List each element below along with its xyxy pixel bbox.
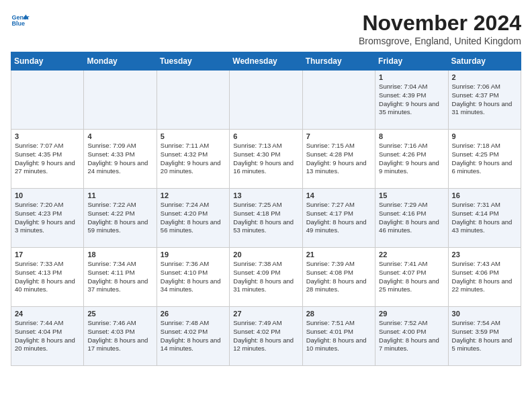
- cell-info: Sunrise: 7:39 AM Sunset: 4:08 PM Dayligh…: [306, 260, 371, 294]
- cell-info: Sunrise: 7:11 AM Sunset: 4:32 PM Dayligh…: [161, 142, 226, 176]
- logo: General Blue: [11, 11, 30, 30]
- week-row-4: 24Sunrise: 7:44 AM Sunset: 4:04 PM Dayli…: [11, 307, 521, 366]
- day-number: 10: [15, 191, 80, 199]
- week-row-3: 17Sunrise: 7:33 AM Sunset: 4:13 PM Dayli…: [11, 248, 521, 307]
- cell-info: Sunrise: 7:34 AM Sunset: 4:11 PM Dayligh…: [87, 260, 152, 294]
- day-number: 13: [233, 191, 298, 199]
- calendar-cell: 12Sunrise: 7:24 AM Sunset: 4:20 PM Dayli…: [157, 189, 229, 248]
- cell-info: Sunrise: 7:16 AM Sunset: 4:26 PM Dayligh…: [379, 142, 444, 176]
- day-number: 25: [87, 310, 152, 318]
- day-number: 9: [452, 132, 517, 140]
- day-number: 2: [452, 73, 517, 81]
- cell-info: Sunrise: 7:33 AM Sunset: 4:13 PM Dayligh…: [15, 260, 80, 294]
- calendar-cell: 6Sunrise: 7:13 AM Sunset: 4:30 PM Daylig…: [230, 130, 302, 189]
- cell-info: Sunrise: 7:29 AM Sunset: 4:16 PM Dayligh…: [379, 201, 444, 235]
- calendar-cell: 9Sunrise: 7:18 AM Sunset: 4:25 PM Daylig…: [448, 130, 521, 189]
- cell-info: Sunrise: 7:41 AM Sunset: 4:07 PM Dayligh…: [379, 260, 444, 294]
- calendar-cell: [230, 71, 302, 130]
- calendar-cell: [302, 71, 375, 130]
- cell-info: Sunrise: 7:24 AM Sunset: 4:20 PM Dayligh…: [161, 201, 226, 235]
- month-title: November 2024: [359, 11, 521, 36]
- calendar-cell: 30Sunrise: 7:54 AM Sunset: 3:59 PM Dayli…: [448, 307, 521, 366]
- day-number: 1: [379, 73, 444, 81]
- day-number: 6: [233, 132, 298, 140]
- day-number: 12: [161, 191, 226, 199]
- weekday-header-friday: Friday: [375, 52, 448, 71]
- logo-icon: General Blue: [11, 11, 30, 30]
- calendar-cell: 4Sunrise: 7:09 AM Sunset: 4:33 PM Daylig…: [84, 130, 157, 189]
- day-number: 19: [161, 250, 226, 259]
- cell-info: Sunrise: 7:51 AM Sunset: 4:01 PM Dayligh…: [306, 319, 371, 353]
- weekday-header-wednesday: Wednesday: [230, 52, 302, 71]
- calendar-cell: 13Sunrise: 7:25 AM Sunset: 4:18 PM Dayli…: [230, 189, 302, 248]
- weekday-header-tuesday: Tuesday: [157, 52, 229, 71]
- cell-info: Sunrise: 7:27 AM Sunset: 4:17 PM Dayligh…: [306, 201, 371, 235]
- cell-info: Sunrise: 7:07 AM Sunset: 4:35 PM Dayligh…: [15, 142, 80, 176]
- day-number: 21: [306, 250, 371, 259]
- day-number: 15: [379, 191, 444, 199]
- cell-info: Sunrise: 7:48 AM Sunset: 4:02 PM Dayligh…: [161, 319, 226, 353]
- calendar-cell: 25Sunrise: 7:46 AM Sunset: 4:03 PM Dayli…: [84, 307, 157, 366]
- day-number: 8: [379, 132, 444, 140]
- calendar-cell: 15Sunrise: 7:29 AM Sunset: 4:16 PM Dayli…: [375, 189, 448, 248]
- day-number: 23: [452, 250, 517, 259]
- cell-info: Sunrise: 7:49 AM Sunset: 4:02 PM Dayligh…: [233, 319, 298, 353]
- svg-text:Blue: Blue: [11, 20, 25, 27]
- weekday-header-saturday: Saturday: [448, 52, 521, 71]
- title-area: November 2024 Bromsgrove, England, Unite…: [359, 11, 521, 46]
- header: General Blue November 2024 Bromsgrove, E…: [11, 11, 521, 46]
- week-row-0: 1Sunrise: 7:04 AM Sunset: 4:39 PM Daylig…: [11, 71, 521, 130]
- day-number: 3: [15, 132, 80, 140]
- calendar-cell: 2Sunrise: 7:06 AM Sunset: 4:37 PM Daylig…: [448, 71, 521, 130]
- calendar-cell: 17Sunrise: 7:33 AM Sunset: 4:13 PM Dayli…: [11, 248, 84, 307]
- cell-info: Sunrise: 7:09 AM Sunset: 4:33 PM Dayligh…: [87, 142, 152, 176]
- cell-info: Sunrise: 7:25 AM Sunset: 4:18 PM Dayligh…: [233, 201, 298, 235]
- weekday-header-monday: Monday: [84, 52, 157, 71]
- day-number: 5: [161, 132, 226, 140]
- cell-info: Sunrise: 7:43 AM Sunset: 4:06 PM Dayligh…: [452, 260, 517, 294]
- day-number: 11: [87, 191, 152, 199]
- calendar-cell: 27Sunrise: 7:49 AM Sunset: 4:02 PM Dayli…: [230, 307, 302, 366]
- cell-info: Sunrise: 7:36 AM Sunset: 4:10 PM Dayligh…: [161, 260, 226, 294]
- day-number: 26: [161, 310, 226, 318]
- day-number: 22: [379, 250, 444, 259]
- day-number: 28: [306, 310, 371, 318]
- cell-info: Sunrise: 7:31 AM Sunset: 4:14 PM Dayligh…: [452, 201, 517, 235]
- day-number: 14: [306, 191, 371, 199]
- calendar-cell: [157, 71, 229, 130]
- day-number: 4: [87, 132, 152, 140]
- cell-info: Sunrise: 7:54 AM Sunset: 3:59 PM Dayligh…: [452, 319, 517, 353]
- calendar-cell: 11Sunrise: 7:22 AM Sunset: 4:22 PM Dayli…: [84, 189, 157, 248]
- day-number: 17: [15, 250, 80, 259]
- calendar-cell: [84, 71, 157, 130]
- calendar-cell: 21Sunrise: 7:39 AM Sunset: 4:08 PM Dayli…: [302, 248, 375, 307]
- cell-info: Sunrise: 7:44 AM Sunset: 4:04 PM Dayligh…: [15, 319, 80, 353]
- calendar-cell: 29Sunrise: 7:52 AM Sunset: 4:00 PM Dayli…: [375, 307, 448, 366]
- calendar-cell: 3Sunrise: 7:07 AM Sunset: 4:35 PM Daylig…: [11, 130, 84, 189]
- calendar-cell: 18Sunrise: 7:34 AM Sunset: 4:11 PM Dayli…: [84, 248, 157, 307]
- week-row-1: 3Sunrise: 7:07 AM Sunset: 4:35 PM Daylig…: [11, 130, 521, 189]
- calendar-cell: 19Sunrise: 7:36 AM Sunset: 4:10 PM Dayli…: [157, 248, 229, 307]
- weekday-header-sunday: Sunday: [11, 52, 84, 71]
- cell-info: Sunrise: 7:04 AM Sunset: 4:39 PM Dayligh…: [379, 83, 444, 117]
- cell-info: Sunrise: 7:38 AM Sunset: 4:09 PM Dayligh…: [233, 260, 298, 294]
- calendar-cell: 16Sunrise: 7:31 AM Sunset: 4:14 PM Dayli…: [448, 189, 521, 248]
- day-number: 20: [233, 250, 298, 259]
- calendar-cell: 5Sunrise: 7:11 AM Sunset: 4:32 PM Daylig…: [157, 130, 229, 189]
- weekday-header-row: SundayMondayTuesdayWednesdayThursdayFrid…: [11, 52, 521, 71]
- calendar-cell: 22Sunrise: 7:41 AM Sunset: 4:07 PM Dayli…: [375, 248, 448, 307]
- calendar-cell: [11, 71, 84, 130]
- day-number: 7: [306, 132, 371, 140]
- day-number: 29: [379, 310, 444, 318]
- calendar-cell: 24Sunrise: 7:44 AM Sunset: 4:04 PM Dayli…: [11, 307, 84, 366]
- week-row-2: 10Sunrise: 7:20 AM Sunset: 4:23 PM Dayli…: [11, 189, 521, 248]
- cell-info: Sunrise: 7:13 AM Sunset: 4:30 PM Dayligh…: [233, 142, 298, 176]
- day-number: 16: [452, 191, 517, 199]
- calendar-cell: 1Sunrise: 7:04 AM Sunset: 4:39 PM Daylig…: [375, 71, 448, 130]
- day-number: 18: [87, 250, 152, 259]
- calendar-cell: 7Sunrise: 7:15 AM Sunset: 4:28 PM Daylig…: [302, 130, 375, 189]
- cell-info: Sunrise: 7:06 AM Sunset: 4:37 PM Dayligh…: [452, 83, 517, 117]
- calendar-table: SundayMondayTuesdayWednesdayThursdayFrid…: [11, 52, 521, 366]
- day-number: 27: [233, 310, 298, 318]
- calendar-cell: 10Sunrise: 7:20 AM Sunset: 4:23 PM Dayli…: [11, 189, 84, 248]
